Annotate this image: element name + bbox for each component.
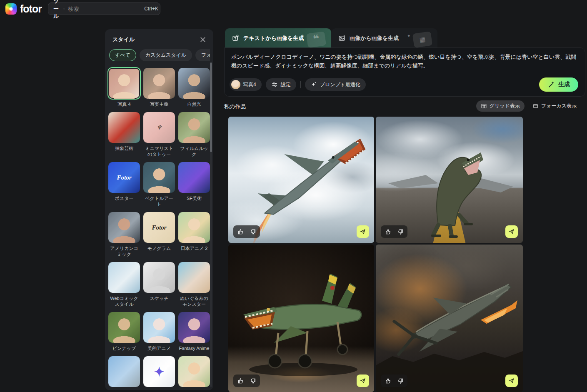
style-chip-button[interactable]: 写真4 (230, 78, 262, 91)
style-item-label: ミニマリストのタトゥー (143, 145, 175, 157)
tab-text-to-image[interactable]: テキストから画像を生成 ✦ ❝ (225, 28, 331, 48)
generated-image-croc-jet-sky[interactable] (228, 117, 374, 243)
style-item[interactable]: 抽象芸術 (108, 112, 140, 157)
style-item-label: アメリカンコミック (108, 245, 140, 257)
style-thumbnail[interactable]: ✦ (143, 356, 175, 387)
style-thumbnail[interactable] (108, 68, 140, 99)
tools-label: ツール (53, 0, 61, 20)
close-icon[interactable] (199, 36, 207, 43)
generator-tabs: テキストから画像を生成 ✦ ❝ 画像から画像を生成 ✦ ▦ (225, 28, 437, 48)
style-item[interactable]: ♆ミニマリストのタトゥー (143, 112, 175, 157)
style-chip-avatar (231, 80, 240, 89)
tab-image-to-image[interactable]: 画像から画像を生成 ✦ ▦ (331, 28, 437, 48)
chevron-down-icon (63, 7, 65, 11)
style-item[interactable]: 自然光 (178, 68, 210, 107)
style-thumbnail[interactable] (178, 262, 210, 293)
dislike-button[interactable] (247, 226, 258, 237)
portrait-art (178, 112, 210, 143)
style-item[interactable]: スケッチ (143, 262, 175, 307)
style-item[interactable]: 3Dアニメーション動物 (108, 356, 140, 390)
rating-group (381, 375, 407, 387)
style-thumbnail[interactable]: ♆ (143, 112, 175, 143)
style-item[interactable]: SF美術 (178, 162, 210, 207)
style-item[interactable]: 写真 4 (108, 68, 140, 107)
prompt-text[interactable]: ボンバルディーノクロコディーノ、ワニの姿を持つ戦闘機、金属的な緑色の鱗、鋭い目を… (225, 48, 585, 70)
style-item[interactable]: Fotorモノグラム (143, 212, 175, 257)
thumbnail-glyph: Fotor (108, 162, 140, 193)
generated-image-croc-model-plane[interactable] (228, 245, 374, 392)
like-button[interactable] (235, 226, 247, 237)
style-thumbnail[interactable] (108, 262, 140, 293)
share-button[interactable] (357, 225, 369, 238)
like-button[interactable] (382, 226, 394, 237)
style-thumbnail[interactable] (143, 262, 175, 293)
dislike-button[interactable] (394, 226, 406, 237)
portrait-art (108, 68, 140, 99)
style-panel-scrollbar[interactable] (210, 62, 212, 387)
style-item[interactable]: 写実主義 (143, 68, 175, 107)
like-button[interactable] (382, 375, 394, 387)
tab-image-to-image-label: 画像から画像を生成 (350, 35, 399, 42)
style-thumbnail[interactable] (178, 162, 210, 193)
settings-label: 設定 (281, 81, 291, 88)
search-bar[interactable]: ツール Ctrl+K (48, 2, 160, 15)
style-thumbnail[interactable] (178, 112, 210, 143)
generated-image-croc-plane-sunset[interactable] (376, 245, 523, 392)
style-filter-tab-0[interactable]: すべて (109, 49, 136, 61)
style-item[interactable]: アメリカンコミック (108, 212, 140, 257)
fotor-logo[interactable]: fotor (5, 3, 42, 15)
share-button[interactable] (357, 375, 369, 387)
dislike-button[interactable] (394, 375, 406, 387)
style-item[interactable]: フィルムルック (178, 112, 210, 157)
image-decor-icon: ▦ (412, 31, 432, 48)
style-thumbnail[interactable] (108, 112, 140, 143)
style-item[interactable]: ピンナップ (108, 312, 140, 351)
style-filter-tab-2[interactable]: フォト (195, 49, 210, 61)
quote-decor-icon: ❝ (306, 31, 326, 48)
style-item[interactable]: Webコミックスタイル (108, 262, 140, 307)
style-thumbnail[interactable] (178, 312, 210, 343)
style-thumbnail[interactable]: Fotor (108, 162, 140, 193)
style-thumbnail[interactable] (178, 212, 210, 243)
style-thumbnail[interactable] (143, 312, 175, 343)
style-item[interactable]: ぬいぐるみのモンスター (178, 262, 210, 307)
share-button[interactable] (505, 225, 518, 238)
style-thumbnail[interactable] (178, 356, 210, 387)
style-item[interactable]: ✦アイコン (143, 356, 175, 390)
portrait-art (178, 212, 210, 243)
style-thumbnail[interactable] (108, 312, 140, 343)
style-item-label: ポスター (108, 195, 140, 201)
style-item-label: 写実主義 (143, 101, 175, 107)
portrait-art (178, 68, 210, 99)
generate-button[interactable]: 生成 (539, 77, 578, 92)
like-button[interactable] (235, 375, 247, 387)
style-item[interactable]: Fotorポスター (108, 162, 140, 207)
style-thumbnail[interactable] (108, 356, 140, 387)
focus-view-button[interactable]: フォーカス表示 (528, 100, 581, 112)
style-thumbnail[interactable] (143, 162, 175, 193)
search-input[interactable] (68, 6, 141, 12)
tools-dropdown[interactable]: ツール (53, 0, 65, 20)
style-item-label: SF美術 (178, 195, 210, 201)
view-toggles: グリッド表示 フォーカス表示 (476, 100, 581, 112)
style-item[interactable]: 子供のイラスト (178, 356, 210, 390)
style-thumbnail[interactable] (178, 68, 210, 99)
style-item[interactable]: 日本アニメ 2 (178, 212, 210, 257)
share-button[interactable] (505, 375, 518, 387)
style-item[interactable]: ベクトルアート (143, 162, 175, 207)
settings-button[interactable]: 設定 (266, 78, 296, 91)
style-filter-tab-1[interactable]: カスタムスタイル (140, 49, 192, 61)
sparkle-decor-icon: ✦ (301, 33, 305, 39)
style-item-label: ぬいぐるみのモンスター (178, 295, 210, 307)
thumb-down-icon (397, 228, 404, 235)
generated-image-croc-runway[interactable] (376, 117, 523, 243)
style-item[interactable]: Fantasy Anime (178, 312, 210, 351)
prompt-optimize-button[interactable]: プロンプト最適化 (305, 78, 366, 91)
style-thumbnail[interactable]: Fotor (143, 212, 175, 243)
dislike-button[interactable] (247, 375, 258, 387)
style-thumbnail[interactable] (108, 212, 140, 243)
grid-view-button[interactable]: グリッド表示 (476, 100, 525, 112)
style-item[interactable]: 美的アニメ (143, 312, 175, 351)
portrait-art (178, 356, 210, 387)
style-thumbnail[interactable] (143, 68, 175, 99)
